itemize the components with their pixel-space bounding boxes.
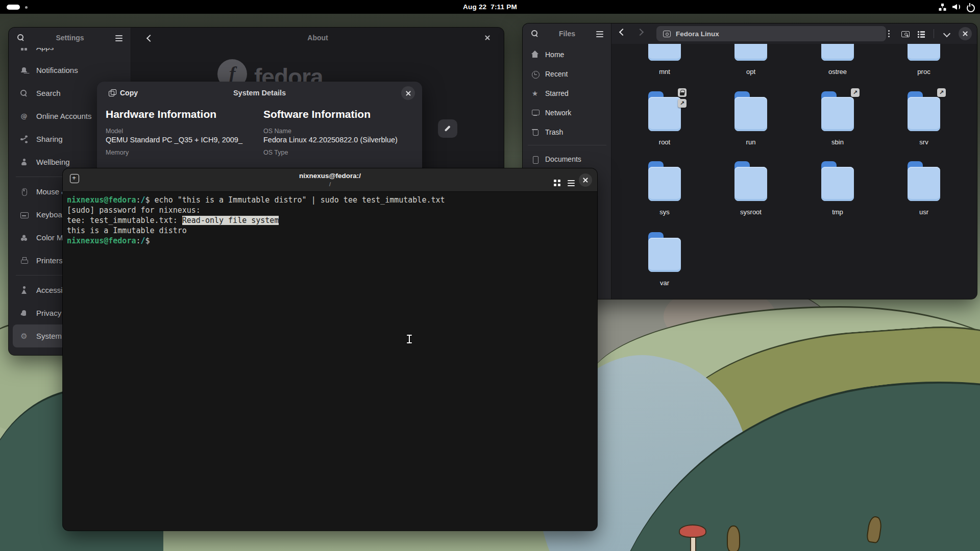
sidebar-item-label: Keyboar [36,210,65,219]
terminal-output[interactable]: nixnexus@fedora:/$ echo "this is a Immut… [67,195,593,527]
folder-icon [734,44,767,61]
files-sidebar-item-documents[interactable]: Documents [526,151,608,168]
hardware-info-section: Hardware Information Model QEMU Standard… [106,108,259,156]
sidebar-separator [528,145,606,145]
color-icon [20,234,28,242]
menu-icon[interactable] [596,30,604,38]
software-info-section: Software Information OS Name Fedora Linu… [263,108,416,156]
time-label: 7:11 PM [491,3,517,11]
folder-label: mnt [631,68,698,76]
files-sidebar-list: HomeRecentStarredNetworkTrashDocuments [526,46,608,170]
terminal-window: nixnexus@fedora:/ / nixnexus@fedora:/$ e… [63,168,597,531]
tab-overview-icon[interactable] [553,179,561,187]
folder-var[interactable]: var [631,232,698,287]
terminal-text: echo "this is a Immutable distro" | sudo… [155,195,445,205]
folder-icon-wrap [821,161,854,201]
files-sidebar-item-network[interactable]: Network [526,104,608,121]
path-bar[interactable]: Fedora Linux [656,26,886,41]
dialog-close-button[interactable] [401,86,415,100]
folder-label: tmp [804,208,871,216]
sidebar-item-label: Mouse & [36,187,66,196]
folder-icon [821,44,854,61]
folder-label: opt [718,68,784,76]
folder-icon [648,232,681,272]
edit-hostname-button[interactable] [438,119,457,138]
folder-proc[interactable]: proc [891,44,957,76]
folder-tmp[interactable]: tmp [804,161,871,216]
pencil-icon [444,124,452,133]
kebab-menu-icon[interactable] [885,30,893,38]
folder-icon [908,91,940,131]
date-label: Aug 22 [463,3,486,11]
folder-opt[interactable]: opt [718,44,784,76]
close-icon[interactable] [483,34,492,42]
folder-run[interactable]: run [718,91,784,146]
folder-label: proc [891,68,957,76]
terminal-line: [sudo] password for nixnexus: [67,205,593,215]
files-sidebar-label: Home [545,51,564,59]
window-close-button[interactable] [579,173,592,187]
hand-icon [20,309,28,317]
folder-search-icon[interactable] [901,30,909,38]
bell-icon [20,66,28,74]
sidebar-item-label: Sharing [36,135,63,143]
model-label: Model [106,128,259,135]
folder-label: sys [631,208,698,216]
sidebar-item-notifications[interactable]: Notifications [13,59,127,82]
os-name-value: Fedora Linux 42.20250822.0 (Silverblue) [263,136,416,144]
dialog-title: System Details [97,82,422,104]
files-sidebar-item-recent[interactable]: Recent [526,65,608,83]
list-view-icon[interactable] [917,30,925,38]
folder-ostree[interactable]: ostree [804,44,871,76]
wallpaper-mushroom [679,524,706,538]
files-sidebar-item-trash[interactable]: Trash [526,123,608,141]
folder-icon-wrap [648,44,681,61]
files-header-actions [885,27,972,40]
folder-sysroot[interactable]: sysroot [718,161,784,216]
terminal-headerbar: nixnexus@fedora:/ / [63,168,597,192]
doc-icon [531,155,539,163]
star-icon [531,89,539,97]
clock[interactable]: Aug 22 7:11 PM [0,0,980,14]
terminal-text: nixnexus@fedora [67,195,136,205]
wallpaper-plant [727,525,740,551]
menu-icon[interactable] [115,34,123,42]
sidebar-item-apps[interactable]: Apps [13,48,127,59]
terminal-line: tee: test_immutable.txt: Read-only file … [67,215,593,226]
terminal-text: [sudo] password for nixnexus: [67,206,201,215]
folder-icon-wrap [821,44,854,61]
files-sidebar-item-home[interactable]: Home [526,46,608,63]
folder-mnt[interactable]: mnt [631,44,698,76]
files-sidebar-label: Trash [545,128,563,136]
terminal-text: $ [145,236,155,245]
files-sidebar-label: Network [545,109,571,117]
mouse-icon [20,188,28,196]
search-icon [20,89,28,97]
terminal-line: this is a Immutable distro [67,226,593,236]
memory-label: Memory [106,149,259,156]
wellbeing-icon [20,158,28,166]
sidebar-item-label: Online Accounts [36,112,91,120]
chevron-down-icon[interactable] [942,30,950,38]
files-grid: mntoptostreeproc↗rootrun↗sbin↗srvsyssysr… [611,44,977,299]
window-close-button[interactable] [959,27,972,40]
volume-icon[interactable] [952,3,960,11]
lock-emblem-icon [678,88,687,97]
network-wired-icon[interactable] [938,3,946,11]
folder-usr[interactable]: usr [891,161,957,216]
folder-srv[interactable]: ↗srv [891,91,957,146]
back-button[interactable] [618,28,630,40]
sidebar-item-label: Privacy [36,309,61,317]
files-sidebar-item-starred[interactable]: Starred [526,85,608,102]
folder-sbin[interactable]: ↗sbin [804,91,871,146]
forward-button[interactable] [636,28,648,40]
power-icon[interactable] [966,3,974,11]
top-bar: Aug 22 7:11 PM [0,0,980,14]
menu-icon[interactable] [567,179,575,187]
folder-label: ostree [804,68,871,76]
system-tray[interactable] [938,3,974,11]
folder-root[interactable]: ↗root [631,91,698,146]
display-icon [531,109,539,117]
folder-sys[interactable]: sys [631,161,698,216]
folder-label: srv [891,138,957,146]
